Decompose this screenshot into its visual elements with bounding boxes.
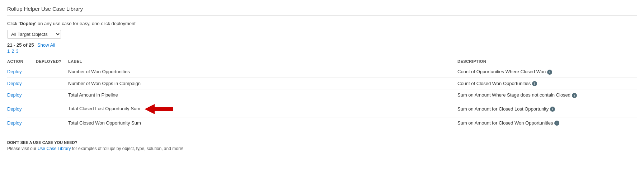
description-cell: Sum on Amount for Closed Lost Opportunit… bbox=[457, 101, 637, 117]
arrow-annotation-icon bbox=[145, 104, 173, 114]
col-description: DESCRIPTION bbox=[457, 57, 637, 66]
label-cell: Number of Won Opps in Campaign bbox=[68, 78, 457, 89]
deploy-hint: Click 'Deploy' on any use case for easy,… bbox=[7, 21, 637, 26]
description-cell: Count of Opportunities Where Closed Woni bbox=[457, 66, 637, 78]
label-cell: Number of Won Opportunities bbox=[68, 66, 457, 78]
table-row: DeployNumber of Won Opps in CampaignCoun… bbox=[7, 78, 637, 89]
description-cell: Sum on Amount for Closed Won Opportuniti… bbox=[457, 117, 637, 128]
footer-section: DON'T SEE A USE CASE YOU NEED? Please vi… bbox=[7, 135, 637, 151]
deployed-cell bbox=[36, 101, 68, 117]
table-row: DeployTotal Closed Won Opportunity SumSu… bbox=[7, 117, 637, 128]
footer-title: DON'T SEE A USE CASE YOU NEED? bbox=[7, 140, 637, 145]
show-all-link[interactable]: Show All bbox=[37, 42, 55, 48]
col-label: LABEL bbox=[68, 57, 457, 66]
page-link-1[interactable]: 1 bbox=[7, 48, 10, 54]
description-cell: Count of Closed Won Opportunitiesi bbox=[457, 78, 637, 89]
info-icon[interactable]: i bbox=[532, 81, 537, 86]
pagination-range: 21 - 25 of 25 bbox=[7, 42, 34, 48]
table-row: DeployTotal Amount in PipelineSum on Amo… bbox=[7, 89, 637, 101]
filter-row: All Target ObjectsAccountContactOpportun… bbox=[7, 30, 637, 39]
label-cell: Total Closed Won Opportunity Sum bbox=[68, 117, 457, 128]
pagination-info: 21 - 25 of 25 Show All bbox=[7, 42, 637, 48]
target-objects-select[interactable]: All Target ObjectsAccountContactOpportun… bbox=[7, 30, 61, 39]
table-row: DeployTotal Closed Lost Opportunity SumS… bbox=[7, 101, 637, 117]
label-cell: Total Closed Lost Opportunity Sum bbox=[68, 101, 457, 117]
use-case-library-link[interactable]: Use Case Library bbox=[38, 146, 71, 151]
footer-text: Please visit our Use Case Library for ex… bbox=[7, 146, 637, 151]
page-title: Rollup Helper Use Case Library bbox=[7, 6, 637, 16]
deploy-link[interactable]: Deploy bbox=[7, 120, 22, 126]
use-case-table: ACTION DEPLOYED? LABEL DESCRIPTION Deplo… bbox=[7, 57, 637, 128]
deploy-link[interactable]: Deploy bbox=[7, 92, 22, 98]
deploy-link[interactable]: Deploy bbox=[7, 81, 22, 86]
info-icon[interactable]: i bbox=[550, 107, 555, 112]
description-cell: Sum on Amount Where Stage does not conta… bbox=[457, 89, 637, 101]
deployed-cell bbox=[36, 78, 68, 89]
info-icon[interactable]: i bbox=[572, 93, 577, 98]
label-cell: Total Amount in Pipeline bbox=[68, 89, 457, 101]
page-links: 123 bbox=[7, 48, 637, 54]
col-action: ACTION bbox=[7, 57, 36, 66]
info-icon[interactable]: i bbox=[547, 70, 552, 75]
col-deployed: DEPLOYED? bbox=[36, 57, 68, 66]
page-link-3[interactable]: 3 bbox=[16, 48, 18, 54]
deploy-link[interactable]: Deploy bbox=[7, 69, 22, 74]
table-header-row: ACTION DEPLOYED? LABEL DESCRIPTION bbox=[7, 57, 637, 66]
deployed-cell bbox=[36, 89, 68, 101]
svg-marker-0 bbox=[145, 104, 173, 114]
deploy-link[interactable]: Deploy bbox=[7, 106, 22, 112]
info-icon[interactable]: i bbox=[554, 121, 559, 126]
deployed-cell bbox=[36, 66, 68, 78]
table-row: DeployNumber of Won OpportunitiesCount o… bbox=[7, 66, 637, 78]
page-link-2[interactable]: 2 bbox=[11, 48, 14, 54]
deployed-cell bbox=[36, 117, 68, 128]
